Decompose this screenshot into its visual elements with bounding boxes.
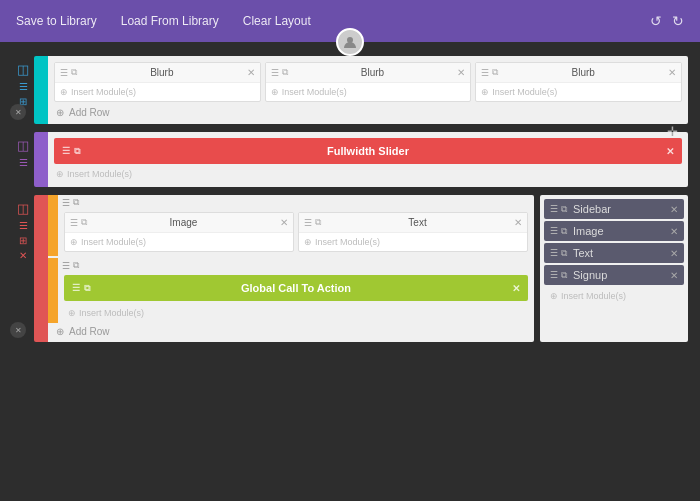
section1-row1: ☰ ⧉ Blurb ✕ ⊕ Insert Module(s) ☰ ⧉ <box>48 56 688 104</box>
cta-left-icons: ☰ ⧉ <box>72 283 90 294</box>
section2-insert-plus: ⊕ <box>56 169 64 179</box>
text-module-hamburger: ☰ <box>304 218 312 228</box>
module3-hamburger-icon: ☰ <box>481 68 489 78</box>
module2-insert-plus: ⊕ <box>271 87 279 97</box>
module2-insert-label: Insert Module(s) <box>282 87 347 97</box>
redo-button[interactable]: ↻ <box>672 13 684 29</box>
section1-module1-header: ☰ ⧉ Blurb ✕ <box>55 63 260 83</box>
section3-hamburger-icon[interactable]: ☰ <box>19 220 28 231</box>
rp-text-title: Text <box>567 247 670 259</box>
section1-add-row[interactable]: ⊕ Add Row <box>48 104 688 124</box>
row2-insert[interactable]: ⊕ Insert Module(s) <box>58 305 534 323</box>
module1-insert-label: Insert Module(s) <box>71 87 136 97</box>
rp-signup-close[interactable]: ✕ <box>670 270 678 281</box>
rp-insert-plus: ⊕ <box>550 291 558 301</box>
row2-insert-label: Insert Module(s) <box>79 308 144 318</box>
top-bar-avatar <box>336 28 364 56</box>
clear-layout-button[interactable]: Clear Layout <box>243 14 311 28</box>
rp-sidebar-close[interactable]: ✕ <box>670 204 678 215</box>
rp-item-sidebar: ☰ ⧉ Sidebar ✕ <box>544 199 684 219</box>
cta-copy-icon: ⧉ <box>84 283 90 294</box>
section1-module-1: ☰ ⧉ Blurb ✕ ⊕ Insert Module(s) <box>54 62 261 102</box>
section1-grid-icon[interactable]: ☰ <box>19 81 28 92</box>
row2-copy-icon[interactable]: ⧉ <box>73 260 79 271</box>
rp-insert[interactable]: ⊕ Insert Module(s) <box>544 287 684 305</box>
module3-insert[interactable]: ⊕ Insert Module(s) <box>476 83 681 101</box>
row1-copy-icon[interactable]: ⧉ <box>73 197 79 208</box>
row1-hamburger-icon[interactable]: ☰ <box>62 198 70 208</box>
rp-insert-label: Insert Module(s) <box>561 291 626 301</box>
section1-color-bar <box>34 56 48 124</box>
section2-device-icon[interactable]: ◫ <box>17 138 29 153</box>
module2-close-icon[interactable]: ✕ <box>457 67 465 78</box>
text-insert-label: Insert Module(s) <box>315 237 380 247</box>
rp-item-text: ☰ ⧉ Text ✕ <box>544 243 684 263</box>
section3-row1-orange-bar <box>48 195 58 256</box>
section1-add-row-label: Add Row <box>69 107 110 118</box>
module1-insert-plus: ⊕ <box>60 87 68 97</box>
section-3: ◫ ☰ ⊞ ✕ ☰ ⧉ <box>12 195 688 342</box>
section3-grid-icon[interactable]: ⊞ <box>19 235 27 246</box>
section3-device-icon[interactable]: ◫ <box>17 201 29 216</box>
crosshair-icon: ✛ <box>667 124 678 139</box>
module3-title: Blurb <box>498 67 668 78</box>
rp-item-image: ☰ ⧉ Image ✕ <box>544 221 684 241</box>
text-insert-plus: ⊕ <box>304 237 312 247</box>
text-module-insert[interactable]: ⊕ Insert Module(s) <box>299 233 527 251</box>
rp-image-close[interactable]: ✕ <box>670 226 678 237</box>
image-module-hamburger: ☰ <box>70 218 78 228</box>
top-bar: Save to Library Load From Library Clear … <box>0 0 700 42</box>
section-2: ✛ ◫ ☰ ☰ ⧉ Fullwidth Slider ✕ ⊕ Insert Mo… <box>12 132 688 187</box>
section3-add-row[interactable]: ⊕ Add Row <box>48 323 534 342</box>
rp-item-signup: ☰ ⧉ Signup ✕ <box>544 265 684 285</box>
section1-device-icon[interactable]: ◫ <box>17 62 29 77</box>
section3-left-controls: ◫ ☰ ⊞ ✕ <box>12 195 34 342</box>
section-1: ◫ ☰ ⊞ ☰ ⧉ Blurb ✕ ⊕ Insert Modu <box>12 56 688 124</box>
global-cta-module[interactable]: ☰ ⧉ Global Call To Action ✕ <box>64 275 528 301</box>
undo-button[interactable]: ↺ <box>650 13 662 29</box>
fw-copy-icon: ⧉ <box>74 146 80 157</box>
section2-insert[interactable]: ⊕ Insert Module(s) <box>54 164 682 181</box>
section1-module2-header: ☰ ⧉ Blurb ✕ <box>266 63 471 83</box>
section3-add-row-label: Add Row <box>69 326 110 337</box>
image-module-title: Image <box>87 217 280 228</box>
section3-delete-button[interactable]: ✕ <box>10 322 26 338</box>
section3-row2-content: ☰ ⧉ ☰ ⧉ Global Call To Action ✕ <box>58 258 534 323</box>
load-from-library-button[interactable]: Load From Library <box>121 14 219 28</box>
section2-left-controls: ◫ ☰ <box>12 132 34 187</box>
section2-grid-icon[interactable]: ☰ <box>19 157 28 168</box>
rp-text-hamburger: ☰ <box>550 248 558 258</box>
section3-image-module: ☰ ⧉ Image ✕ ⊕ Insert Module(s) <box>64 212 294 252</box>
image-module-close[interactable]: ✕ <box>280 217 288 228</box>
save-to-library-button[interactable]: Save to Library <box>16 14 97 28</box>
content-area: ◫ ☰ ⊞ ☰ ⧉ Blurb ✕ ⊕ Insert Modu <box>0 42 700 356</box>
rp-signup-hamburger: ☰ <box>550 270 558 280</box>
text-module-close[interactable]: ✕ <box>514 217 522 228</box>
fullwidth-slider-module[interactable]: ☰ ⧉ Fullwidth Slider ✕ <box>54 138 682 164</box>
section3-row2-modules: ☰ ⧉ Global Call To Action ✕ <box>58 273 534 305</box>
image-module-insert[interactable]: ⊕ Insert Module(s) <box>65 233 293 251</box>
section1-add-row-plus: ⊕ <box>56 107 64 118</box>
module2-hamburger-icon: ☰ <box>271 68 279 78</box>
module1-close-icon[interactable]: ✕ <box>247 67 255 78</box>
section3-row2-controls: ☰ ⧉ <box>58 258 534 273</box>
cta-hamburger-icon: ☰ <box>72 283 80 294</box>
module3-close-icon[interactable]: ✕ <box>668 67 676 78</box>
section2-insert-label: Insert Module(s) <box>67 169 132 179</box>
fullwidth-slider-title: Fullwidth Slider <box>327 145 409 157</box>
fw-close-icon[interactable]: ✕ <box>666 146 674 157</box>
image-module-header: ☰ ⧉ Image ✕ <box>65 213 293 233</box>
rp-image-hamburger: ☰ <box>550 226 558 236</box>
row2-hamburger-icon[interactable]: ☰ <box>62 261 70 271</box>
module3-insert-label: Insert Module(s) <box>492 87 557 97</box>
rp-text-close[interactable]: ✕ <box>670 248 678 259</box>
section3-x-icon[interactable]: ✕ <box>19 250 27 261</box>
module2-insert[interactable]: ⊕ Insert Module(s) <box>266 83 471 101</box>
section1-delete-button[interactable]: ✕ <box>10 104 26 120</box>
section3-row1-content: ☰ ⧉ ☰ ⧉ Image ✕ <box>58 195 534 256</box>
section3-subrow1-wrapper: ☰ ⧉ ☰ ⧉ Image ✕ <box>48 195 534 256</box>
cta-title: Global Call To Action <box>241 282 351 294</box>
cta-close-icon[interactable]: ✕ <box>512 283 520 294</box>
fullwidth-module-icons: ☰ ⧉ <box>62 146 80 157</box>
module1-insert[interactable]: ⊕ Insert Module(s) <box>55 83 260 101</box>
